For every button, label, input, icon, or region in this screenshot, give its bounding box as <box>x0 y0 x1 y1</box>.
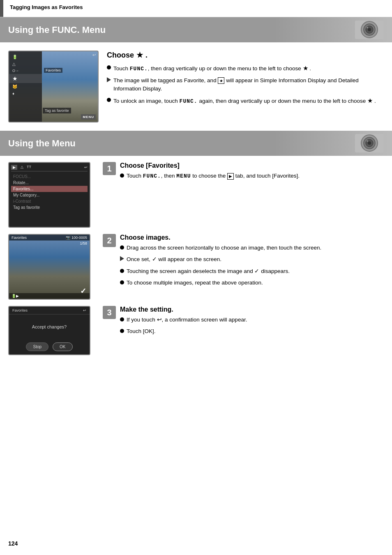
bullet-circle-1 <box>107 65 111 69</box>
step2-arrow-1 <box>120 256 124 261</box>
step3-screen-container: Favorites ↩ Accept changes? Stop OK <box>8 306 95 355</box>
header-bar <box>0 0 3 17</box>
step2-bullet-1: Drag across the screen horizontally to c… <box>120 244 321 252</box>
step1-row: ▶ △ TT ↩ FOCUS... Rotate... Favorites...… <box>0 156 392 230</box>
step3-row: Favorites ↩ Accept changes? Stop OK <box>0 302 392 368</box>
section2-title: Using the Menu <box>8 138 76 149</box>
step2-desc: Choose images. Drag across the screen ho… <box>120 234 321 290</box>
browse-top-bar: Favorites 📷 100-0005 <box>9 235 90 240</box>
section2: Using the Menu ▶ △ <box>0 131 392 368</box>
step3-inner: 3 Make the setting. If you touch ↩, a co… <box>103 306 247 339</box>
step1-title: Choose [Favorites] <box>120 162 300 169</box>
func-text-1: FUNC. <box>130 66 148 72</box>
step2-bullet-circle-2 <box>120 269 124 273</box>
step2-bullet-4: To choose multiple images, repeat the ab… <box>120 279 321 287</box>
confirm-buttons: Stop OK <box>9 339 90 354</box>
confirm-screen: Favorites ↩ Accept changes? Stop OK <box>8 306 90 355</box>
step1-content: 1 Choose [Favorites] Touch FUNC., then M… <box>103 162 384 184</box>
menu-item-rotate: Rotate... <box>11 180 88 186</box>
step1-bullet-1: Touch FUNC., then MENU to choose the ▶ t… <box>120 172 300 180</box>
svg-point-3 <box>368 28 371 31</box>
func-menu-output: O→ <box>9 67 42 74</box>
page-wrapper: Tagging Images as Favorites Using the FU… <box>0 0 392 555</box>
section2-header: Using the Menu <box>0 131 392 156</box>
choose-label: Choose <box>107 51 134 60</box>
diamond-icon: ♦ <box>12 91 14 96</box>
checkmark-icon: ✓ <box>80 287 86 296</box>
step2-bullet-circle-3 <box>120 280 124 284</box>
func-menu-diamond: ♦ <box>9 90 42 97</box>
section1-title: Using the FUNC. Menu <box>8 25 106 35</box>
page-counter: 1/58 <box>80 241 87 245</box>
bullet-circle-2 <box>107 98 111 102</box>
svg-point-8 <box>368 141 371 145</box>
section1-corner-image <box>355 21 384 39</box>
menu-tabs: ▶ △ TT <box>11 165 31 170</box>
func-screen: 🔋 △ O→ ★ 🐱 ♦ <box>8 51 99 123</box>
triangle-icon: △ <box>12 62 16 66</box>
step3-content: 3 Make the setting. If you touch ↩, a co… <box>103 306 384 339</box>
confirm-text: Accept changes? <box>32 324 67 329</box>
menu-item-favorites: Favorites... <box>11 186 88 192</box>
confirm-back-btn: ↩ <box>83 308 86 312</box>
step-number-1: 1 <box>103 162 116 175</box>
header-title: Tagging Images as Favorites <box>3 0 89 17</box>
camera-lens-icon <box>360 21 379 39</box>
func-menu-triangle: △ <box>9 60 42 67</box>
section1: Using the FUNC. Menu 🔋 <box>0 17 392 127</box>
bullet-2: The image will be tagged as Favorite, an… <box>107 76 384 93</box>
section1-desc: Choose ★ . Touch FUNC., then drag vertic… <box>107 51 384 123</box>
step3-desc: Make the setting. If you touch ↩, a conf… <box>120 306 247 339</box>
stop-button[interactable]: Stop <box>26 342 48 351</box>
cat-icon: 🐱 <box>12 84 17 89</box>
menu-button-label: MENU <box>81 114 96 120</box>
svg-point-4 <box>367 27 368 28</box>
play-tab-icon: ▶ <box>227 173 234 180</box>
tab-triangle: △ <box>21 165 23 170</box>
star-ref-1: ★ <box>303 65 308 72</box>
step3-bullet-circle-1 <box>120 317 124 321</box>
star-icon: ★ <box>12 75 18 82</box>
back-btn: ↩ <box>84 165 88 169</box>
section1-content: 🔋 △ O→ ★ 🐱 ♦ <box>0 42 392 127</box>
step2-content: 2 Choose images. Drag across the screen … <box>103 234 384 290</box>
func-text-2: FUNC. <box>180 98 198 104</box>
battery-browse-icon: 🔋▶ <box>12 294 19 298</box>
tab-tt: TT <box>27 165 31 170</box>
func-menu-cat: 🐱 <box>9 83 42 90</box>
svg-point-9 <box>367 140 368 142</box>
menu-item-mycategory: My Category... <box>11 192 88 198</box>
step2-row: Favorites 📷 100-0005 1/58 🔋▶ ✓ 2 Choose … <box>0 230 392 302</box>
step2-bullet-2: Once set, ✓ will appear on the screen. <box>120 255 321 264</box>
step3-bullet-circle-2 <box>120 329 124 333</box>
confirm-body: Accept changes? <box>9 314 90 339</box>
ok-button[interactable]: OK <box>53 342 72 351</box>
step2-title: Choose images. <box>120 234 321 241</box>
tag-label: Tag as favorite <box>43 108 71 113</box>
top-header: Tagging Images as Favorites <box>0 0 392 17</box>
step2-bullet-3: Touching the screen again deselects the … <box>120 267 321 275</box>
step1-inner: 1 Choose [Favorites] Touch FUNC., then M… <box>103 162 300 184</box>
step2-screen-container: Favorites 📷 100-0005 1/58 🔋▶ ✓ <box>8 234 95 300</box>
counter-label: 📷 100-0005 <box>66 236 87 240</box>
step-number-2: 2 <box>103 234 116 247</box>
step1-screen-container: ▶ △ TT ↩ FOCUS... Rotate... Favorites...… <box>8 162 95 228</box>
star-box-icon: ★ <box>218 77 224 84</box>
section1-header: Using the FUNC. Menu <box>0 17 392 42</box>
browse-screen: Favorites 📷 100-0005 1/58 🔋▶ ✓ <box>8 234 90 300</box>
section2-corner-image <box>355 134 384 153</box>
step1-desc: Choose [Favorites] Touch FUNC., then MEN… <box>120 162 300 184</box>
step3-bullet-2: Touch [OK]. <box>120 327 247 335</box>
battery-icon: 🔋 <box>12 55 17 59</box>
choose-title: Choose ★ . <box>107 51 384 60</box>
tab-play: ▶ <box>11 165 17 170</box>
step1-bullet-circle <box>120 173 124 178</box>
step2-bullet-circle-1 <box>120 245 124 250</box>
favorites-top-label: Favorites <box>12 236 27 240</box>
menu-list-top: ▶ △ TT ↩ <box>11 165 88 171</box>
star-ref-2: ★ <box>367 97 373 104</box>
favorites-label: Favorites <box>44 68 62 73</box>
page-number: 124 <box>8 540 18 547</box>
output-icon: O→ <box>12 69 19 73</box>
browse-image <box>9 235 90 299</box>
